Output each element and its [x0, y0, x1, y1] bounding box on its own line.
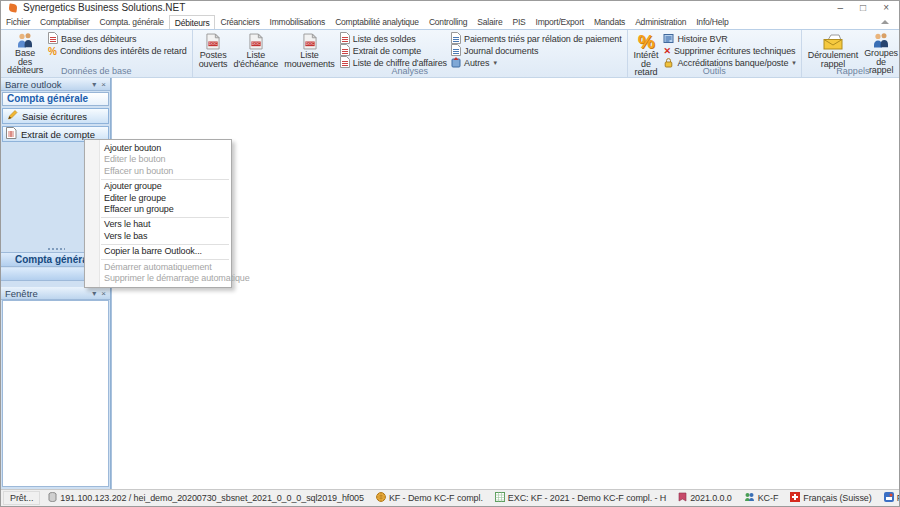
status-user: KC-F — [738, 492, 785, 504]
document-icon — [48, 32, 58, 46]
status-text: 2021.0.0.0 — [690, 493, 732, 503]
small-button-label: Paiements triés par rélation de paiement — [464, 34, 622, 44]
envelope-icon — [823, 32, 843, 51]
status-language: Français (Suisse) — [784, 492, 877, 504]
status-text: EXC: KF - 2021 - Demo KC-F compl. - H — [508, 493, 666, 503]
panel-dropdown-icon[interactable]: ▾ — [92, 78, 96, 91]
menu-item-ajouter-bouton[interactable]: Ajouter bouton — [85, 143, 231, 154]
database-icon — [48, 492, 57, 504]
sidebar-group-header: Compta générale — [2, 92, 109, 106]
ribbon: Base des débiteurs Base des débiteurs % … — [1, 29, 899, 78]
small-button-label: Histoire BVR — [677, 34, 727, 44]
tab-comptabilite-analytique[interactable]: Comptabilité analytique — [330, 15, 424, 29]
histoire-bvr-button[interactable]: Histoire BVR — [661, 33, 797, 45]
ribbon-group-donnees-de-base: Base des débiteurs Base des débiteurs % … — [1, 30, 193, 77]
status-bar: Prêt... 191.100.123.202 / hei_demo_20200… — [1, 489, 899, 506]
fenetre-panel-body — [2, 300, 109, 487]
status-text: Français (Suisse) — [803, 493, 871, 503]
outlook-bar-context-menu: Ajouter bouton Editer le bouton Effacer … — [84, 139, 232, 288]
tab-salaire[interactable]: Salaire — [472, 15, 507, 29]
liste-echeance-button[interactable]: DOC Liste d'échéance — [231, 32, 282, 68]
paiements-tries-button[interactable]: Paiements triés par rélation de paiement — [449, 33, 624, 45]
panel-close-icon[interactable]: × — [101, 287, 106, 300]
tab-mandats[interactable]: Mandats — [589, 15, 630, 29]
menu-item-copier-la-barre-outlook[interactable]: Copier la barre Outlook... — [85, 246, 231, 257]
sidebar-item-label: Saisie écritures — [22, 111, 87, 122]
menu-item-editer-le-groupe[interactable]: Editer le groupe — [85, 193, 231, 204]
spreadsheet-icon — [495, 492, 505, 504]
svg-text:DOC: DOC — [305, 41, 314, 46]
tab-immobilisations[interactable]: Immobilisations — [265, 15, 331, 29]
small-button-label: Supprimer écritures techniques — [674, 46, 796, 56]
liste-mouvements-button[interactable]: DOC Liste mouvements — [281, 32, 338, 68]
status-company: KF - Demo KC-F compl. — [370, 492, 489, 504]
groupes-de-rappel-button[interactable]: Groupes de rappel — [861, 32, 900, 68]
bvr-history-icon — [663, 33, 674, 46]
small-button-label: Extrait de compte — [353, 46, 421, 56]
tab-fichier[interactable]: Fichier — [1, 15, 35, 29]
status-text: KC-F — [758, 493, 779, 503]
people-icon — [16, 32, 34, 49]
doc-report-icon: DOC — [303, 32, 317, 51]
group-label: Outils — [628, 66, 801, 77]
version-icon — [678, 492, 687, 504]
menu-item-vers-le-bas[interactable]: Vers le bas — [85, 231, 231, 242]
status-text: Finance.WPFApp.WPFLoader — [897, 493, 900, 503]
menu-item-effacer-un-groupe[interactable]: Effacer un groupe — [85, 204, 231, 215]
tab-administration[interactable]: Administration — [630, 15, 691, 29]
flag-icon — [790, 492, 800, 504]
app-logo-icon — [8, 3, 17, 12]
interet-de-retard-button[interactable]: % Intérêt de retard — [631, 32, 662, 68]
panel-close-icon[interactable]: × — [101, 78, 106, 91]
small-button-label: Base des débiteurs — [61, 34, 136, 44]
tab-compta-generale[interactable]: Compta. générale — [94, 15, 168, 29]
menu-separator — [101, 179, 229, 180]
supprimer-ecritures-button[interactable]: ✕ Supprimer écritures techniques — [661, 45, 797, 57]
users-icon — [744, 492, 755, 504]
group-label: Analyses — [193, 66, 627, 77]
statement-document-icon — [6, 127, 17, 141]
menu-item-effacer-un-bouton: Effacer un bouton — [85, 166, 231, 177]
status-version: 2021.0.0.0 — [672, 492, 738, 504]
status-text: 191.100.123.202 / hei_demo_20200730_sbsn… — [60, 493, 364, 503]
tab-import-export[interactable]: Import/Export — [531, 15, 589, 29]
tab-comptabiliser[interactable]: Comptabiliser — [35, 15, 94, 29]
group-label: Données de base — [1, 66, 192, 77]
title-bar: Synergetics Business Solutions.NET – □ × — [1, 1, 899, 15]
delete-x-icon: ✕ — [663, 46, 670, 56]
tab-creanciers[interactable]: Créanciers — [215, 15, 264, 29]
menu-item-vers-le-haut[interactable]: Vers le haut — [85, 219, 231, 230]
ribbon-collapse-icon[interactable] — [881, 20, 889, 24]
base-des-debiteurs-button[interactable]: Base des débiteurs — [4, 32, 46, 68]
svg-text:DOC: DOC — [252, 41, 261, 46]
percent-icon: % — [638, 32, 655, 51]
conditions-interets-retard-button[interactable]: % Conditions des intérêts de retard — [46, 45, 189, 57]
journal-documents-button[interactable]: Journal documents — [449, 45, 624, 57]
status-text: KF - Demo KC-F compl. — [389, 493, 483, 503]
sidebar-item-saisie-ecritures[interactable]: Saisie écritures — [2, 108, 109, 124]
ribbon-group-rappels: Déroulement rappel Groupes de rappel Rap… — [802, 30, 900, 77]
panel-dropdown-icon[interactable]: ▾ — [92, 287, 96, 300]
pencil-icon — [6, 109, 18, 123]
postes-ouverts-button[interactable]: DOC Postes ouverts — [196, 32, 231, 68]
tab-debiteurs[interactable]: Débiteurs — [169, 15, 216, 29]
menu-item-ajouter-groupe[interactable]: Ajouter groupe — [85, 181, 231, 192]
status-database: 191.100.123.202 / hei_demo_20200730_sbsn… — [42, 492, 370, 504]
tab-controlling[interactable]: Controlling — [424, 15, 472, 29]
group-label: Rappels — [802, 66, 900, 77]
small-button-label: Liste des soldes — [353, 34, 416, 44]
minimize-button[interactable]: – — [838, 1, 844, 14]
panel-title: Fenêtre — [5, 288, 38, 299]
maximize-button[interactable]: □ — [860, 1, 866, 14]
outlook-bar-panel-header: Barre outlook ▾ × — [1, 78, 110, 91]
app-icon — [884, 492, 894, 504]
close-button[interactable]: × — [883, 1, 889, 14]
extrait-de-compte-button[interactable]: Extrait de compte — [338, 45, 449, 57]
base-des-debiteurs-small-button[interactable]: Base des débiteurs — [46, 33, 189, 45]
doc-report-icon: DOC — [206, 32, 220, 51]
tab-info-help[interactable]: Info/Help — [691, 15, 733, 29]
tab-pis[interactable]: PIS — [507, 15, 530, 29]
small-button-label: Conditions des intérêts de retard — [60, 46, 187, 56]
liste-des-soldes-button[interactable]: Liste des soldes — [338, 33, 449, 45]
deroulement-rappel-button[interactable]: Déroulement rappel — [805, 32, 861, 68]
